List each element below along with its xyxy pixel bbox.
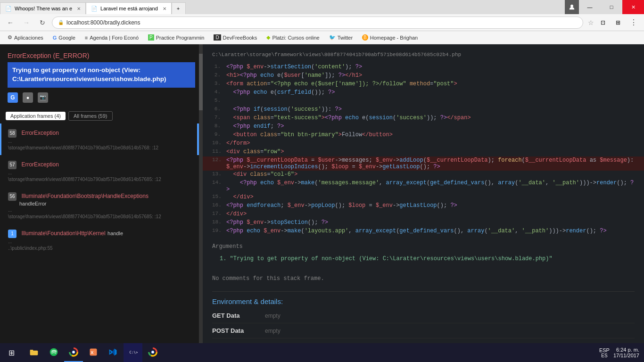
code-line-13: 13. <div class="col-6"> — [203, 171, 644, 179]
stack-item-56[interactable]: 56 Illuminate\Foundation\Bootstrap\Handl… — [0, 187, 203, 224]
taskbar-app-explorer[interactable] — [25, 343, 43, 362]
right-panel[interactable]: C:\Laratter\storage\framework\views\808f… — [203, 44, 644, 348]
bookmark-homepage-icon: B — [362, 34, 368, 41]
code-block: 1. <?php $_env->startSection('content');… — [203, 63, 644, 236]
code-line-3: 3. <form action="<?php echo e($user['nam… — [203, 80, 644, 89]
bookmark-agenda-icon: ≡ — [85, 35, 88, 41]
bookmark-practice-icon: P — [148, 34, 154, 41]
titlebar-tabs: 📄 Whoops! There was an e ✕ 📄 Laravel me … — [0, 0, 186, 14]
stack-item-1[interactable]: 1 Illuminate\Foundation\Http\Kernel hand… — [0, 224, 203, 255]
tab-1-icon: 📄 — [5, 6, 12, 12]
tab-3-new[interactable]: + — [172, 2, 186, 14]
taskbar-app-chrome[interactable] — [64, 343, 83, 362]
code-line-14: 14. <?php echo $_env->make('messages.mes… — [203, 179, 644, 193]
error-header: ErrorException (E_ERROR) Trying to get p… — [0, 44, 203, 108]
argument-item-1: 1. "Trying to get property of non-object… — [212, 254, 635, 264]
tab-2[interactable]: 📄 Laravel me está arrojand ✕ — [86, 2, 172, 14]
taskbar-app-spotify[interactable] — [44, 343, 63, 362]
chrome-menu-button[interactable]: ⋮ — [627, 16, 640, 29]
code-line-1: 1. <?php $_env->startSection('content');… — [203, 63, 644, 72]
scroll-thumb — [199, 54, 203, 110]
svg-point-5 — [73, 351, 75, 354]
taskbar-language-code: ESP — [599, 347, 610, 353]
error-icon-camera[interactable]: 📷 — [38, 92, 48, 103]
tab-1-label: Whoops! There was an e — [15, 6, 72, 11]
start-button[interactable]: ⊞ — [0, 343, 23, 362]
bookmark-devfreebooks[interactable]: D DevFreeBooks — [210, 33, 261, 43]
error-message: Trying to get property of non-object (Vi… — [8, 62, 195, 88]
taskbar-app-vscode[interactable] — [104, 343, 123, 362]
error-type: ErrorException (E_ERROR) — [8, 52, 195, 59]
stack-num-58: 58 — [8, 129, 17, 138]
profile-icon[interactable] — [565, 0, 579, 14]
titlebar: 📄 Whoops! There was an e ✕ 📄 Laravel me … — [0, 0, 644, 14]
refresh-button[interactable]: ↻ — [36, 16, 49, 29]
taskbar-app-chrome2[interactable] — [143, 343, 162, 362]
taskbar-right: ESP ES 6:24 p. m. 17/11/2017 — [599, 347, 644, 358]
stack-path-56: \storage\framework\views\808f8774041b790… — [8, 214, 196, 219]
stack-item-58[interactable]: 58 ErrorException ... \storage\framework… — [0, 123, 203, 155]
bookmark-agenda[interactable]: ≡ Agenda | Foro Econó — [81, 33, 142, 43]
bookmark-homepage[interactable]: B Homepage - Brighan — [358, 33, 421, 43]
bookmark-aplicaciones-icon: ⚙ — [8, 34, 12, 41]
bookmark-platzi[interactable]: ◆ Platzi: Cursos online — [263, 33, 323, 43]
close-button[interactable]: ✕ — [622, 0, 644, 14]
stack-item-57-header: 57 ErrorException — [8, 160, 196, 169]
error-icon-g[interactable]: G — [8, 92, 18, 103]
tab-1[interactable]: 📄 Whoops! There was an e ✕ — [0, 2, 86, 14]
stack-path-57: \storage\framework\views\808f8774041b790… — [8, 177, 196, 182]
code-line-10: 10. </form> — [203, 140, 644, 148]
bookmark-devfreebooks-icon: D — [214, 34, 221, 41]
svg-text:C:\>_: C:\>_ — [130, 350, 138, 354]
minimize-button[interactable]: — — [579, 0, 601, 14]
code-line-9: 9. <button class="btn btn-primary">Follo… — [203, 131, 644, 140]
blue-bar-58 — [197, 123, 199, 155]
stack-num-56: 56 — [8, 192, 17, 201]
bookmark-google[interactable]: G Google — [49, 33, 79, 43]
maximize-button[interactable]: □ — [601, 0, 622, 14]
stack-item-57[interactable]: 57 ErrorException ... \storage\framework… — [0, 155, 203, 187]
forward-button[interactable]: → — [20, 16, 33, 29]
left-panel: ErrorException (E_ERROR) Trying to get p… — [0, 44, 203, 348]
bookmark-google-icon: G — [53, 35, 57, 41]
taskbar-time: 6:24 p. m. — [616, 347, 639, 353]
code-line-2: 2. <h1><?php echo e($user['name']); ?></… — [203, 72, 644, 80]
bookmark-twitter[interactable]: 🐦 Twitter — [325, 33, 356, 43]
section-divider — [212, 291, 635, 292]
tab-2-close[interactable]: ✕ — [163, 6, 166, 11]
taskbar-app-xampp[interactable]: X — [84, 343, 103, 362]
environment-title: Environment & details: — [212, 297, 635, 305]
post-data-label: POST Data — [212, 327, 259, 334]
extension-button-2[interactable]: ⊞ — [612, 16, 624, 29]
stack-item-1-header: 1 Illuminate\Foundation\Http\Kernel hand… — [8, 229, 196, 238]
code-line-5: 5. — [203, 97, 644, 106]
post-data-value: empty — [265, 328, 281, 334]
post-data-row: POST Data empty — [212, 327, 635, 338]
taskbar-locale: ES — [601, 353, 607, 358]
application-frames-button[interactable]: Application frames (4) — [6, 112, 66, 120]
tab-1-close[interactable]: ✕ — [77, 6, 81, 11]
back-button[interactable]: ← — [4, 16, 17, 29]
stack-class-56: Illuminate\Foundation\Bootstrap\HandleEx… — [21, 193, 149, 199]
stack-path-1: ..\public\index.php:55 — [8, 246, 196, 251]
file-path: C:\Laratter\storage\framework\views\808f… — [203, 52, 644, 63]
bookmark-star-button[interactable]: ☆ — [588, 19, 594, 26]
url-bar[interactable]: 🔒 localhost:8000/bradly.dickens — [52, 16, 583, 29]
extension-button-1[interactable]: ⊡ — [597, 16, 609, 29]
code-line-12: 12. <?php $__currentLoopData = $user->me… — [203, 156, 644, 171]
error-icon-circle[interactable]: ● — [23, 92, 33, 103]
stack-dots-57: ... — [8, 170, 196, 175]
bookmark-practice[interactable]: P Practice Programmin — [144, 33, 208, 43]
stack-path-58: \storage\framework\views\808f8774041b790… — [8, 145, 196, 150]
bookmark-aplicaciones[interactable]: ⚙ Aplicaciones — [4, 33, 47, 43]
error-icons: G ● 📷 — [8, 92, 195, 103]
taskbar-apps: X C:\>_ — [23, 343, 162, 362]
no-comments: No comments for this stack frame. — [212, 275, 324, 282]
stack-class-58: ErrorException — [21, 130, 58, 136]
taskbar-clock: 6:24 p. m. 17/11/2017 — [613, 347, 639, 358]
get-data-value: empty — [265, 313, 281, 319]
taskbar-date: 17/11/2017 — [613, 353, 639, 358]
all-frames-button[interactable]: All frames (59) — [68, 111, 113, 121]
taskbar-app-cmd[interactable]: C:\>_ — [124, 343, 142, 362]
stack-dots-1: ... — [8, 239, 196, 244]
